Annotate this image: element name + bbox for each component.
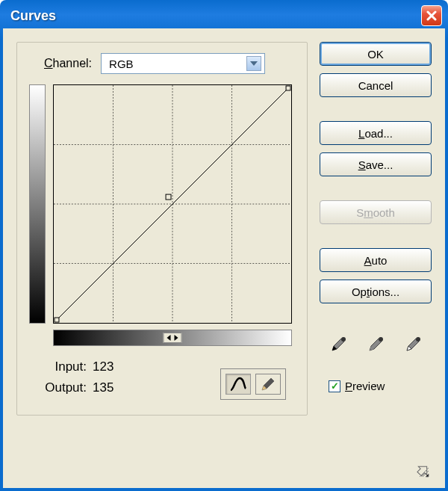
svg-rect-9 [166,194,171,200]
load-button[interactable]: Load... [320,121,432,145]
left-column: Channel: RGB [16,42,308,475]
curve-icon [229,377,247,392]
resize-icon [415,463,430,478]
titlebar[interactable]: Curves [3,3,445,28]
svg-rect-8 [286,86,290,90]
output-label: Output: [29,380,93,395]
dialog-body: Channel: RGB [3,28,445,488]
horizontal-gradient[interactable] [53,330,292,346]
mode-toggle [220,368,286,400]
svg-point-12 [416,337,420,342]
eyedropper-row [320,333,432,356]
eyedropper-gray[interactable] [363,333,388,356]
eyedropper-icon [366,335,385,354]
channel-value: RGB [109,58,134,70]
eyedropper-icon [403,335,423,354]
curves-group: Channel: RGB [16,42,308,416]
preview-label: Preview [345,380,385,392]
hgrad-row [53,330,295,346]
eyedropper-white[interactable] [400,333,426,356]
channel-select[interactable]: RGB [101,53,265,74]
gradient-handle[interactable] [164,333,182,343]
channel-row: Channel: RGB [44,53,295,74]
resize-grip[interactable] [415,463,430,481]
curve-area [29,84,295,324]
svg-point-11 [379,337,383,342]
ok-button[interactable]: OK [320,42,432,66]
cancel-button[interactable]: Cancel [320,73,432,97]
preview-checkbox[interactable]: ✓ [329,380,340,392]
chevron-down-icon [246,56,261,71]
input-value: 123 [93,359,137,374]
options-button[interactable]: Options... [320,280,432,303]
curve-graph[interactable] [53,84,292,324]
close-button[interactable] [421,5,442,26]
svg-point-10 [341,337,346,342]
channel-label: Channel: [44,57,92,70]
preview-row: ✓ Preview [329,380,432,392]
close-icon [426,10,437,21]
pencil-mode-button[interactable] [255,374,281,395]
input-label: Input: [29,359,93,374]
curve-mode-button[interactable] [225,374,251,395]
pencil-icon [260,376,276,392]
right-column: OK Cancel Load... Save... Smooth Auto Op… [320,42,432,475]
smooth-button: Smooth [320,200,432,224]
auto-button[interactable]: Auto [320,248,432,272]
output-value: 135 [93,380,137,395]
svg-rect-7 [55,318,59,322]
vertical-gradient [29,84,46,324]
eyedropper-black[interactable] [326,333,351,356]
window-title: Curves [10,8,56,24]
eyedropper-icon [329,335,348,354]
save-button[interactable]: Save... [320,152,432,176]
curves-dialog: Curves Channel: RGB [0,0,448,491]
